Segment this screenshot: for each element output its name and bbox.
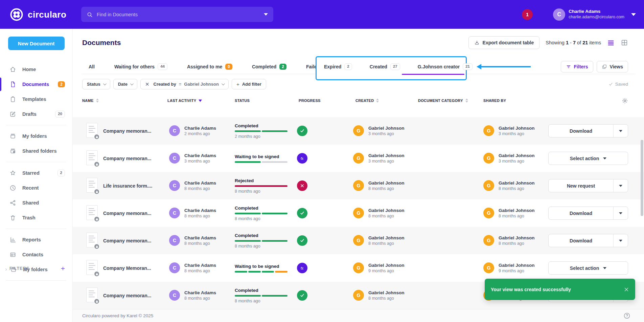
tab-expired[interactable]: Expired 2 bbox=[324, 63, 352, 70]
table-row[interactable]: Company memoran... C Charlie Adams8 mont… bbox=[73, 199, 644, 227]
row-action-button[interactable]: Download bbox=[548, 124, 628, 137]
row-action-button[interactable]: Download bbox=[548, 207, 628, 220]
tab-assigned-to-me[interactable]: Assigned to me 0 bbox=[187, 63, 232, 70]
remove-filter-icon[interactable]: ✕ bbox=[145, 81, 150, 87]
document-name: Company memoran... bbox=[103, 227, 167, 254]
tab-label: G.Johnson creator bbox=[418, 64, 460, 69]
sidebar-item-templates[interactable]: Templates bbox=[0, 92, 72, 107]
edit-icon bbox=[9, 111, 16, 117]
action-dropdown-caret[interactable] bbox=[614, 212, 628, 214]
grid-view-toggle-icon[interactable] bbox=[621, 39, 628, 46]
table-row[interactable]: Life insurance form.... C Charlie Adams8… bbox=[73, 172, 644, 199]
close-icon[interactable] bbox=[624, 287, 629, 292]
row-action-button[interactable]: Download bbox=[548, 234, 628, 247]
avatar: G bbox=[483, 125, 494, 136]
sidebar-filters-section: FILTERS bbox=[9, 266, 66, 271]
table-row[interactable]: Company memoran... C Charlie Adams8 mont… bbox=[73, 227, 644, 254]
sort-icon[interactable] bbox=[96, 99, 99, 103]
status-cell: Waiting to be signed bbox=[235, 145, 288, 172]
tab-label: Expired bbox=[324, 64, 341, 69]
add-filter-plus-icon[interactable] bbox=[60, 266, 66, 271]
brand-logo[interactable]: circularo bbox=[9, 7, 66, 22]
tab-created[interactable]: Created 27 bbox=[370, 63, 400, 70]
file-icon bbox=[9, 81, 16, 88]
status-cell: Completed 2 months ago bbox=[235, 117, 288, 145]
sort-desc-icon[interactable] bbox=[199, 100, 202, 102]
row-action-button[interactable]: Select action bbox=[548, 261, 628, 275]
action-dropdown-caret[interactable] bbox=[614, 130, 628, 132]
add-filter-button[interactable]: +Add filter bbox=[232, 79, 266, 89]
search-input[interactable] bbox=[97, 12, 264, 17]
sort-icon[interactable] bbox=[465, 99, 468, 103]
tab-completed[interactable]: Completed 2 bbox=[252, 63, 286, 70]
table-settings-gear-icon[interactable] bbox=[622, 98, 628, 104]
avatar: G bbox=[483, 262, 494, 273]
column-header-created[interactable]: CREATED bbox=[355, 99, 379, 103]
progress-status-icon bbox=[297, 208, 307, 218]
check-icon bbox=[299, 210, 305, 216]
filter-bar: Status Date ✕ Created by = Gabriel Johns… bbox=[82, 79, 628, 89]
filters-button[interactable]: Filters bbox=[561, 61, 593, 72]
column-header-name[interactable]: NAME bbox=[82, 99, 99, 103]
user-email: charlie.adams@circularo.com bbox=[569, 15, 624, 20]
signature-icon bbox=[299, 155, 305, 161]
column-header-progress[interactable]: PROGRESS bbox=[299, 99, 321, 103]
person-cell: C Charlie Adams3 months ago bbox=[169, 153, 216, 164]
global-search[interactable] bbox=[81, 7, 273, 22]
user-menu-caret-icon[interactable] bbox=[631, 13, 636, 16]
sidebar-item-trash[interactable]: Trash bbox=[0, 210, 72, 225]
views-button[interactable]: Views bbox=[597, 61, 628, 72]
topbar: circularo 1 C Charlie Adams charlie.adam… bbox=[0, 0, 644, 29]
row-action-button[interactable]: New request bbox=[548, 179, 628, 192]
lock-icon bbox=[94, 271, 100, 277]
column-header-last-activity[interactable]: LAST ACTIVITY bbox=[167, 99, 202, 103]
action-dropdown-caret[interactable] bbox=[614, 185, 628, 187]
active-tab-underline bbox=[402, 74, 464, 75]
export-document-table-button[interactable]: Export document table bbox=[468, 36, 540, 49]
table-row[interactable]: Company memoran... C Charlie Adams2 mont… bbox=[73, 117, 644, 145]
sidebar-item-shared[interactable]: Shared bbox=[0, 195, 72, 210]
lock-icon bbox=[94, 161, 100, 167]
sidebar-item-badge: 20 bbox=[55, 111, 65, 117]
footer-text: Circularo powered by Karel © 2025 bbox=[82, 313, 153, 318]
created-by-filter-chip[interactable]: ✕ Created by = Gabriel Johnson bbox=[140, 79, 229, 89]
tab-g-johnson-creator[interactable]: G.Johnson creator 21 bbox=[418, 63, 473, 70]
sidebar-item-shared-folders[interactable]: Shared folders bbox=[0, 144, 72, 158]
action-dropdown-caret[interactable] bbox=[614, 240, 628, 242]
action-dropdown-caret[interactable] bbox=[603, 157, 606, 159]
sort-icon[interactable] bbox=[376, 99, 379, 103]
status-filter-dropdown[interactable]: Status bbox=[82, 79, 110, 89]
column-header-shared-by[interactable]: SHARED BY bbox=[483, 99, 506, 103]
vertical-scrollbar[interactable] bbox=[641, 140, 643, 216]
user-menu[interactable]: C Charlie Adams charlie.adams@circularo.… bbox=[553, 8, 636, 21]
new-document-button[interactable]: New Document bbox=[8, 37, 65, 50]
sidebar-item-my-folders[interactable]: My folders bbox=[0, 129, 72, 144]
sidebar-item-recent[interactable]: Recent bbox=[0, 180, 72, 195]
sidebar-item-starred[interactable]: Starred 2 bbox=[0, 166, 72, 180]
search-scope-caret-icon[interactable] bbox=[264, 13, 268, 16]
sidebar-item-documents[interactable]: Documents 2 bbox=[0, 77, 72, 92]
row-action-button[interactable]: Select action bbox=[548, 152, 628, 165]
action-dropdown-caret[interactable] bbox=[603, 267, 606, 269]
home-icon bbox=[9, 66, 16, 73]
tab-waiting-for-others[interactable]: Waiting for others 44 bbox=[114, 63, 167, 70]
help-icon[interactable] bbox=[623, 312, 630, 319]
date-filter-dropdown[interactable]: Date bbox=[113, 79, 137, 89]
status-cell: Completed 8 months ago bbox=[235, 199, 288, 227]
sidebar-item-reports[interactable]: Reports bbox=[0, 232, 72, 247]
sidebar-item-drafts[interactable]: Drafts 20 bbox=[0, 107, 72, 122]
lock-icon bbox=[94, 189, 100, 195]
sidebar-item-home[interactable]: Home bbox=[0, 62, 72, 77]
list-view-toggle-icon[interactable] bbox=[607, 39, 615, 46]
person-cell: G Gabriel Johnson8 months ago bbox=[483, 180, 535, 191]
sidebar-item-contacts[interactable]: Contacts bbox=[0, 247, 72, 262]
table-row[interactable]: Company Memoran... C Charlie Adams8 mont… bbox=[73, 254, 644, 282]
search-icon bbox=[87, 12, 93, 18]
toast-message: Your view was created successfully bbox=[491, 287, 571, 292]
tab-all[interactable]: All bbox=[89, 63, 95, 70]
column-header-status[interactable]: STATUS bbox=[235, 99, 250, 103]
saved-status: Saved bbox=[608, 82, 628, 87]
column-header-document-category[interactable]: DOCUMENT CATEGORY bbox=[418, 99, 468, 103]
notification-badge[interactable]: 1 bbox=[522, 9, 533, 20]
table-row[interactable]: Company memoran... C Charlie Adams3 mont… bbox=[73, 145, 644, 172]
